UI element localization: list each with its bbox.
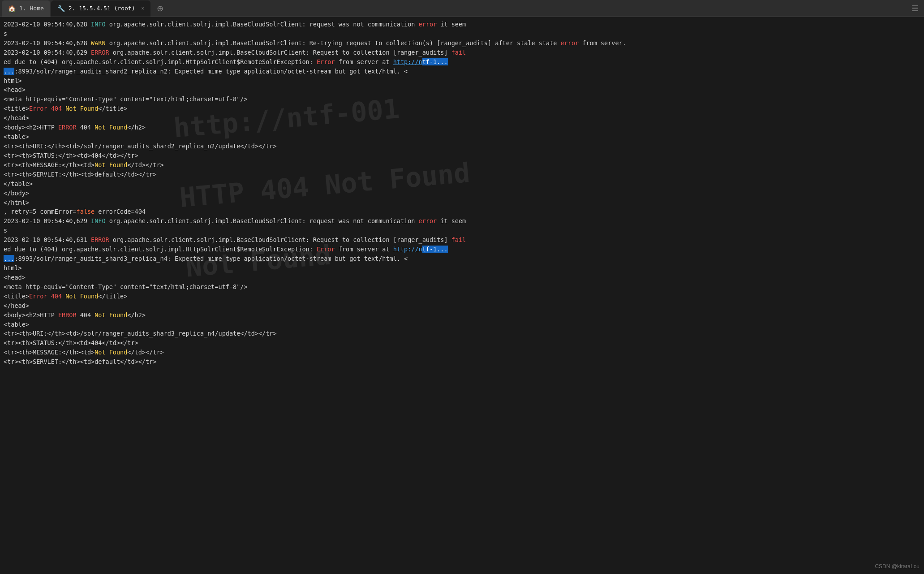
terminal-text: 2023-02-10 09:54:40,629 — [4, 217, 91, 224]
terminal-text: error — [419, 217, 437, 224]
terminal-text: 404 — [77, 124, 95, 131]
terminal-line: 2023-02-10 09:54:40,628 INFO org.apache.… — [4, 20, 920, 29]
terminal-line: ed due to (404) org.apache.solr.client.s… — [4, 245, 920, 254]
terminal-text: <tr><th>MESSAGE:</th><td> — [4, 349, 95, 356]
terminal-text: <tr><th>MESSAGE:</th><td> — [4, 161, 95, 168]
terminal-text: <table> — [4, 133, 29, 140]
terminal-text: </h2> — [127, 311, 146, 319]
terminal-text: ... — [4, 255, 14, 262]
terminal-line: <title>Error 404 Not Found</title> — [4, 292, 920, 301]
new-tab-button[interactable]: ⊕ — [153, 4, 167, 13]
terminal-text: html> — [4, 77, 22, 84]
terminal-text: <title> — [4, 293, 29, 300]
terminal-text: Not Found — [65, 105, 98, 112]
terminal-text: <title> — [4, 105, 29, 112]
terminal-text: <head> — [4, 274, 26, 281]
csdn-watermark: CSDN @kiraraLou — [875, 563, 920, 570]
terminal-text: :8993/solr/ranger_audits_shard2_replica_… — [14, 68, 408, 75]
terminal-text: </h2> — [127, 124, 146, 131]
terminal-text: <body><h2>HTTP — [4, 311, 58, 319]
terminal-text: Not Found — [95, 349, 127, 356]
terminal-text: false — [77, 208, 95, 215]
terminal-text: 2023-02-10 09:54:40,628 — [4, 21, 91, 28]
terminal-text: error — [561, 39, 579, 47]
terminal-text: INFO — [91, 217, 106, 224]
terminal-line: </table> — [4, 179, 920, 189]
terminal-text: Not Found — [95, 161, 127, 168]
terminal-text: <head> — [4, 86, 26, 93]
terminal-text: <tr><th>URI:</th><td>/solr/ranger_audits… — [4, 142, 277, 150]
terminal-line: <tr><th>MESSAGE:</th><td>Not Found</td><… — [4, 348, 920, 357]
terminal-text: ed due to (404) org.apache.solr.client.s… — [4, 246, 317, 253]
terminal-text: </body> — [4, 190, 29, 197]
terminal-line: <head> — [4, 85, 920, 95]
terminal-text: <tr><th>SERVLET:</th><td>default</td></t… — [4, 358, 156, 365]
terminal-text: </html> — [4, 199, 29, 206]
terminal-text: ed due to (404) org.apache.solr.client.s… — [4, 58, 317, 65]
terminal-line: s — [4, 29, 920, 39]
menu-button[interactable]: ☰ — [908, 4, 922, 13]
terminal-text: org.apache.solr.client.solrj.impl.BaseCl… — [109, 49, 451, 56]
terminal-text: s — [4, 30, 7, 37]
terminal-text: tf-1... — [422, 246, 448, 253]
terminal-line: , retry=5 commError=false errorCode=404 — [4, 207, 920, 216]
terminal-content[interactable]: 2023-02-10 09:54:40,628 INFO org.apache.… — [0, 17, 924, 574]
terminal-wrapper: http://ntf-001 HTTP 404 Not Found Not Fo… — [0, 17, 924, 574]
terminal-text: 404 — [77, 311, 95, 319]
wrench-icon: 🔧 — [57, 5, 65, 12]
terminal-text: </head> — [4, 114, 29, 121]
terminal-text: org.apache.solr.client.solrj.impl.BaseCl… — [106, 21, 419, 28]
terminal-text: <tr><th>SERVLET:</th><td>default</td></t… — [4, 171, 156, 178]
terminal-text: tf-1... — [422, 58, 448, 65]
terminal-line: <table> — [4, 132, 920, 142]
terminal-text: Error 404 — [29, 105, 65, 112]
terminal-text: </td></tr> — [127, 161, 163, 168]
terminal-text: </table> — [4, 180, 33, 187]
terminal-text: </td></tr> — [127, 349, 163, 356]
terminal-text: :8993/solr/ranger_audits_shard3_replica_… — [14, 255, 408, 262]
terminal-text: WARN — [91, 39, 106, 47]
terminal-line: </head> — [4, 113, 920, 123]
terminal-text: errorCode=404 — [95, 208, 146, 215]
terminal-text: org.apache.solr.client.solrj.impl.BaseCl… — [106, 39, 561, 47]
tab-terminal-label: 2. 15.5.4.51 (root) — [69, 5, 135, 12]
terminal-line: <table> — [4, 320, 920, 329]
terminal-text: 2023-02-10 09:54:40,631 — [4, 236, 91, 243]
terminal-text: 2023-02-10 09:54:40,628 — [4, 39, 91, 47]
home-icon: 🏠 — [8, 5, 16, 12]
terminal-text: Error — [317, 58, 335, 65]
terminal-line: <meta http-equiv="Content-Type" content=… — [4, 95, 920, 104]
terminal-line: 2023-02-10 09:54:40,629 ERROR org.apache… — [4, 48, 920, 57]
tab-home-label: 1. Home — [19, 5, 44, 12]
terminal-line: </head> — [4, 301, 920, 311]
tab-close-button[interactable]: ✕ — [142, 5, 145, 11]
terminal-line: 2023-02-10 09:54:40,631 ERROR org.apache… — [4, 235, 920, 245]
tab-home[interactable]: 🏠 1. Home — [2, 0, 50, 17]
terminal-text: </title> — [98, 105, 127, 112]
terminal-text: from server. — [579, 39, 626, 47]
terminal-text: INFO — [91, 21, 106, 28]
terminal-text: <meta http-equiv="Content-Type" content=… — [4, 95, 248, 103]
terminal-line: <head> — [4, 273, 920, 282]
tab-terminal[interactable]: 🔧 2. 15.5.4.51 (root) ✕ — [51, 0, 150, 17]
terminal-line: <tr><th>SERVLET:</th><td>default</td></t… — [4, 357, 920, 367]
terminal-line: <tr><th>STATUS:</th><td>404</td></tr> — [4, 338, 920, 348]
terminal-text: error — [419, 21, 437, 28]
terminal-line: <tr><th>STATUS:</th><td>404</td></tr> — [4, 151, 920, 160]
terminal-line: </html> — [4, 198, 920, 207]
terminal-line: html> — [4, 263, 920, 273]
terminal-text: , retry=5 commError= — [4, 208, 77, 215]
terminal-text: it seem — [437, 217, 466, 224]
terminal-text: <tr><th>URI:</th><td>/solr/ranger_audits… — [4, 330, 277, 337]
terminal-line: ...:8993/solr/ranger_audits_shard2_repli… — [4, 67, 920, 76]
terminal-text: ERROR — [58, 124, 77, 131]
terminal-text: <tr><th>STATUS:</th><td>404</td></tr> — [4, 152, 138, 159]
terminal-text: fail — [451, 49, 466, 56]
terminal-line: ...:8993/solr/ranger_audits_shard3_repli… — [4, 254, 920, 263]
terminal-line: <tr><th>MESSAGE:</th><td>Not Found</td><… — [4, 160, 920, 170]
terminal-text: Not Found — [95, 311, 127, 319]
terminal-text: <meta http-equiv="Content-Type" content=… — [4, 283, 248, 290]
terminal-text: org.apache.solr.client.solrj.impl.BaseCl… — [106, 217, 419, 224]
terminal-line: <tr><th>SERVLET:</th><td>default</td></t… — [4, 170, 920, 179]
terminal-line: 2023-02-10 09:54:40,628 WARN org.apache.… — [4, 39, 920, 48]
